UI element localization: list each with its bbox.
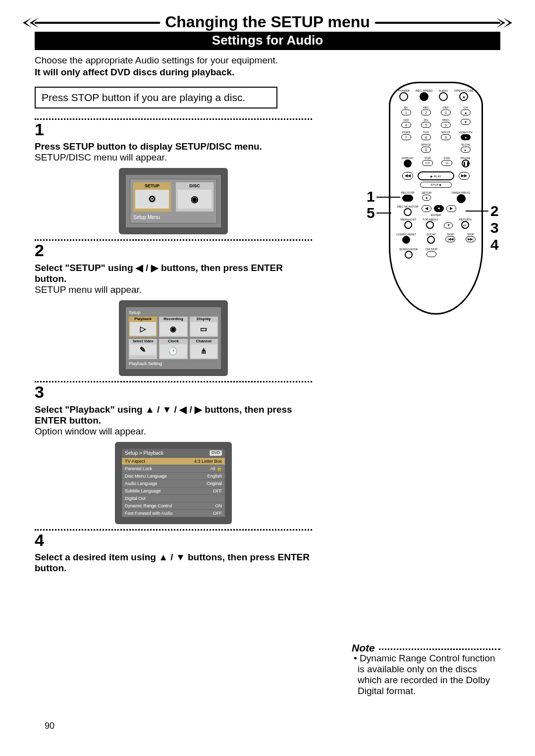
dir-enter-button-icon: ● [434,205,444,212]
callout-3: 3 [490,219,499,236]
intro-bold: It will only affect DVD discs during pla… [35,67,500,78]
skip-back-button-icon: |◀◀ [445,236,455,242]
step-number-1: 1 [35,120,312,139]
tv3-val: ON [215,503,222,508]
remote-label: CM SKIP [426,248,438,251]
remote-label: SKIP [466,233,476,236]
note-body: • Dynamic Range Control function is avai… [356,653,500,697]
pause-button-icon: ❚❚ [462,160,470,167]
step4-title: Select a desired item using ▲ / ▼ button… [35,552,312,574]
tv3-val: All 🔓 [210,466,222,471]
remote-label: REC SPEED [416,89,433,92]
ch-down-button: ▼ [461,119,471,125]
tv2-tile: Display [190,317,218,321]
step-number-4: 4 [35,531,312,550]
remote-label: OPEN/CLOSE [454,89,474,92]
stop-instruction-box: Press STOP button if you are playing a d… [35,87,277,108]
display-button-icon [404,160,412,167]
tv3-key: Disc Menu Language [125,474,167,479]
arrow-left-right-icon: ◀ / ▶ [136,263,159,273]
tv3-val: 4:3 Letter Box [194,459,222,464]
remote-label: TOP MENU [423,218,438,221]
step-number-2: 2 [35,241,312,260]
topmenu-button-icon [426,221,434,229]
remote-label: SETUP [422,191,431,194]
rec-button-icon [402,195,413,202]
tv3-key: Audio Language [125,481,158,486]
tv3-key: Dynamic Range Control [125,503,172,508]
timer-button-icon [457,194,466,203]
slow-button: ▸ [461,147,471,153]
remote-label: DVD [441,157,452,160]
note-title: Note [352,642,378,654]
arrow-up-down-icon: ▲ / ▼ [159,552,185,562]
tv-screenshot-setup-disc: SETUP⚙ DISC◉ Setup Menu [119,168,228,234]
num-4-button: 4 [401,122,411,128]
tv-screenshot-setup-menu: Setup Playback▷ Recording◉ Display▭ Sele… [119,300,228,376]
tv2-tile: Channel [190,339,218,343]
page-number: 90 [45,721,54,731]
remote-label: PAUSE [461,157,471,160]
open-close-button-icon: ▲ [459,92,468,101]
step1-body: SETUP/DISC menu will appear. [35,152,312,163]
num-2-button: 2 [421,109,431,115]
step-number-3: 3 [35,382,312,402]
tv2-tile: Select Video [129,339,157,343]
num-6-button: 6 [441,122,451,128]
return-button-icon: ↵ [461,221,469,229]
play-button-icon: ▶ PLAY [418,171,454,180]
menu-button-icon [404,221,412,229]
step2-title: Select "SETUP" using ◀ / ▶ buttons, then… [35,262,312,284]
zoom-button-icon [427,236,435,244]
tv3-key: Parental Lock [125,466,152,471]
callout-5: 5 [367,205,375,221]
remote-label: ZOOM [427,233,435,236]
tv2-header: Setup [129,310,218,315]
num-5-button: 5 [421,122,431,128]
remote-label: VCR [422,157,433,160]
tv2-tile: Playback [129,317,157,321]
num-1-button: 1 [401,109,411,115]
callout-2: 2 [490,203,499,219]
remote-label: MENU/LIST [400,218,416,221]
skip-fwd-button-icon: ▶▶| [466,236,476,242]
note-box: Note • Dynamic Range Control function is… [352,642,500,697]
remote-label: CLEAR/C-RESET [396,233,416,236]
rewind-button-icon: ◀◀ [402,172,413,180]
tv3-key: Subtitle Language [125,488,161,493]
remote-label: DISPLAY [401,157,414,160]
remote-label: AUDIO [439,89,448,92]
num-9-button: 9 [441,134,451,140]
dir-down-button-icon: ▼ [444,222,453,228]
num-3-button: 3 [441,109,451,115]
ch-up-button: ▲ [461,109,471,115]
dir-left-button-icon: ◀ [422,205,431,212]
header-bar: Changing the SETUP menu [35,15,500,31]
header-decor-right-icon [495,15,515,31]
step2-body: SETUP menu will appear. [35,284,312,295]
tv3-breadcrumb: Setup > Playback [125,450,163,456]
tv3-val: OFF [213,511,222,516]
remote-label: POWER [398,89,410,92]
tv3-badge: DVD [210,450,222,456]
remote-label: SEARCH MODE [399,248,418,251]
remote-label: TIMER PROG. [451,191,471,194]
callout-1: 1 [367,188,375,205]
stop-button-icon: STOP ■ [420,182,452,188]
dvd-button-icon: ◎ [441,160,452,166]
cmskip-button-icon [427,251,436,257]
num-7-button: 7 [401,134,411,140]
tv2-footer: Playback Setting [129,361,218,366]
intro-text: Choose the appropriate Audio settings fo… [35,55,500,66]
ffwd-button-icon: ▶▶ [459,172,470,180]
remote-label: SKIP [445,233,455,236]
step3-title: Select "Playback" using ▲ / ▼ / ◀ / ▶ bu… [35,404,312,426]
remote-label: RETURN [459,218,472,221]
remote-label: REC/OTR [401,191,414,194]
tv3-key: Fast Forward with Audio [125,511,173,516]
tv3-val: Original [207,481,222,486]
remote-label: REC MONITOR [397,205,419,208]
tv3-key: TV Aspect [125,459,145,464]
vcr-button-icon: ⊙⊙ [422,160,433,166]
tv-caption: Setup Menu [133,215,214,220]
